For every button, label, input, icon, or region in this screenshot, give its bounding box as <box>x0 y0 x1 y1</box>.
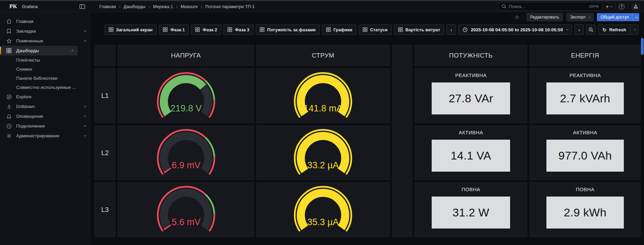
export-label: Экспорт <box>570 15 586 20</box>
stat-panel-energy-reactive: РЕАКТИВНА 2.7 kVArh <box>530 68 641 123</box>
search-shortcut-hint: ctrl+k <box>589 4 599 9</box>
spacer-panel <box>392 45 412 237</box>
org-logo[interactable]: PK <box>9 3 17 9</box>
chevron-down-icon <box>84 39 86 42</box>
refresh-icon: ↻ <box>602 27 607 32</box>
dash-link-label: Фаза 3 <box>235 27 249 32</box>
scrollbar-thumb[interactable] <box>641 38 644 55</box>
current-gauge-panel-l1: 141.8 mA <box>256 68 390 123</box>
svg-text:219.8 V: 219.8 V <box>170 103 202 113</box>
row-label-l2: L2 <box>95 126 115 180</box>
sidebar-item-label: Закладки <box>16 29 36 34</box>
dash-link-phase-3[interactable]: Фаза 3 <box>223 25 253 35</box>
avatar-emblem-icon <box>633 4 638 9</box>
stat-value: 977.0 VAh <box>546 140 624 172</box>
sidebar-item-connections[interactable]: Подключения <box>0 121 90 131</box>
page-scrollbar[interactable] <box>641 22 644 245</box>
divider <box>523 14 523 20</box>
zoom-out-icon <box>588 27 594 32</box>
dash-link-label: Загальний екран <box>116 27 152 32</box>
sidebar-item-label: Drilldown <box>16 104 35 109</box>
sidebar-item-shared[interactable]: Совместно используемые ... <box>0 83 90 92</box>
svg-text:5.6 mV: 5.6 mV <box>172 217 201 227</box>
dash-link-phase-1[interactable]: Фаза 1 <box>159 25 189 35</box>
zoom-out-button[interactable] <box>586 25 596 35</box>
breadcrumb-measure[interactable]: Measure <box>181 4 198 9</box>
stat-title: РЕАКТИВНА <box>455 72 487 78</box>
search-box[interactable]: ctrl+k <box>498 2 602 11</box>
dashboard-grid-icon <box>109 27 113 32</box>
sidebar-item-drilldown[interactable]: Drilldown <box>0 102 90 111</box>
dashboard-grid-icon <box>163 27 168 32</box>
stat-panel-energy-active: АКТИВНА 977.0 VAh <box>530 126 641 180</box>
stat-value: 2.7 kVArh <box>546 82 624 114</box>
share-button[interactable]: Общий доступ <box>597 13 632 21</box>
sidebar-item-bookmarks[interactable]: Закладки <box>0 26 90 36</box>
export-button[interactable]: Экспорт <box>566 13 594 21</box>
product-name: Grafana <box>22 4 38 9</box>
search-input[interactable] <box>509 4 586 9</box>
dash-link-power-by-phase[interactable]: Потужність за фазами <box>256 25 320 35</box>
chevron-down-icon <box>588 15 591 18</box>
sidebar-item-playlists[interactable]: Плейлисты <box>0 56 90 65</box>
stat-panel-power-reactive: РЕАКТИВНА 27.8 VAr <box>415 68 527 123</box>
sidebar-item-home[interactable]: Главная <box>0 16 90 26</box>
dock-left-icon <box>79 4 85 9</box>
refresh-button[interactable]: ↻ Refresh <box>598 25 631 35</box>
panel-header-voltage: НАПРУГА <box>118 45 254 66</box>
time-range-back-button[interactable]: ‹ <box>446 25 456 35</box>
sidebar-toggle-button[interactable] <box>79 4 85 9</box>
breadcrumb-dashboards[interactable]: Дашборды <box>123 4 145 9</box>
help-button[interactable]: ? <box>619 4 624 9</box>
refresh-label: Refresh <box>609 27 626 32</box>
dash-link-graphs[interactable]: Графики <box>322 25 356 35</box>
sidebar-item-explore[interactable]: Explore <box>0 92 90 102</box>
dash-link-label: Фаза 1 <box>170 27 185 32</box>
breadcrumb-network[interactable]: Мережа 1 <box>153 4 173 9</box>
stat-title: РЕАКТИВНА <box>569 72 601 78</box>
breadcrumb-separator: › <box>148 4 150 9</box>
dash-link-statuses[interactable]: Статуси <box>359 25 392 35</box>
new-menu-button[interactable]: + <box>606 4 612 9</box>
breadcrumb-home[interactable]: Главная <box>99 4 116 9</box>
stat-title: АКТИВНА <box>459 130 483 135</box>
user-avatar[interactable] <box>632 2 640 11</box>
chevron-down-icon <box>84 105 86 107</box>
stat-panel-power-full: ПОВНА 31.2 W <box>415 182 527 237</box>
dash-link-label: Графики <box>333 27 352 32</box>
plus-icon: + <box>606 4 609 9</box>
dash-link-phase-2[interactable]: Фаза 2 <box>191 25 221 35</box>
sidebar-item-label: Подключения <box>16 124 45 129</box>
dash-link-main-screen[interactable]: Загальний екран <box>105 25 156 35</box>
dash-link-cost[interactable]: Вартість витрат <box>394 25 444 35</box>
breadcrumb-separator: › <box>119 4 120 9</box>
sidebar-item-starred[interactable]: Помеченные <box>0 36 90 46</box>
favorite-star-button[interactable]: ☆ <box>514 14 519 20</box>
time-range-picker[interactable]: 2025-10-08 04:05:50 to 2025-10-08 10:05:… <box>458 25 572 35</box>
sidebar-item-snapshots[interactable]: Снимки <box>0 65 90 74</box>
edit-button[interactable]: Редактировать <box>527 13 563 21</box>
chevron-down-icon <box>84 134 86 137</box>
top-bar: PK Grafana Главная › Дашборды › Мережа 1… <box>0 1 644 12</box>
chevron-down-icon <box>84 30 86 32</box>
time-range-forward-button[interactable]: › <box>574 25 584 35</box>
divider <box>615 3 615 9</box>
breadcrumb-current-page[interactable]: Поточні параметри ТП-1 <box>205 4 255 9</box>
compass-icon <box>6 94 12 100</box>
chevron-up-icon <box>71 50 74 52</box>
dashboard-grid-icon <box>227 27 232 32</box>
chevron-down-icon <box>84 125 86 127</box>
breadcrumb: Главная › Дашборды › Мережа 1 › Measure … <box>90 4 255 9</box>
divider <box>628 3 628 9</box>
refresh-interval-caret[interactable] <box>631 25 639 35</box>
sidebar-item-dashboards[interactable]: Дашборды <box>0 46 78 56</box>
dash-link-label: Вартість витрат <box>405 27 440 32</box>
sidebar-item-alerting[interactable]: Оповещение <box>0 111 90 121</box>
svg-text:141.8 mA: 141.8 mA <box>303 103 343 113</box>
share-menu-caret[interactable] <box>632 13 639 21</box>
sidebar-item-administration[interactable]: Администрирование <box>0 131 90 141</box>
sidebar-item-library-panels[interactable]: Панели библиотеки <box>0 74 90 83</box>
panel-header-current: СТРУМ <box>256 45 390 66</box>
chevron-down-icon <box>610 5 612 7</box>
share-split-button: Общий доступ <box>597 13 639 21</box>
